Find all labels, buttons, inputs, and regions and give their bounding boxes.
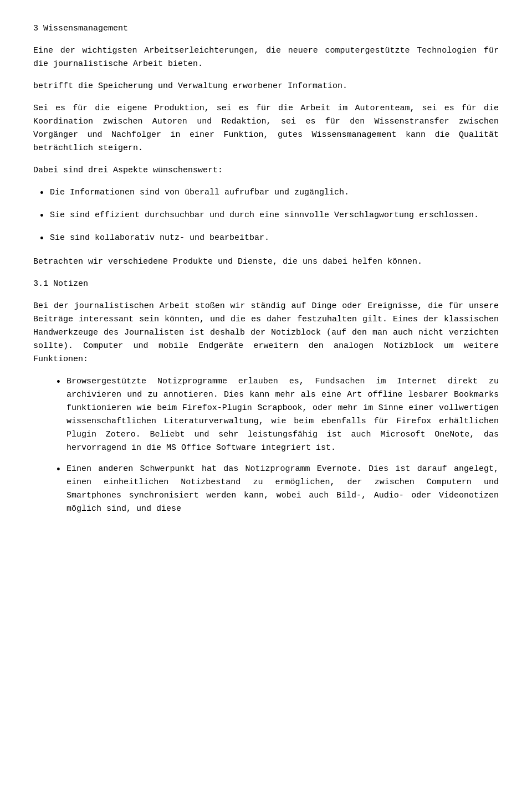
list-item-text: Einen anderen Schwerpunkt hat das Notizp… xyxy=(66,463,499,516)
list-item-text: Browsergestützte Notizprogramme erlauben… xyxy=(66,375,499,455)
list-item: • Einen anderen Schwerpunkt hat das Noti… xyxy=(50,463,499,516)
list-item-text: Sie sind kollaborativ nutz- und bearbeit… xyxy=(50,232,499,245)
paragraph-6: Bei der journalistischen Arbeit stoßen w… xyxy=(33,300,499,366)
list-item-text: Sie sind effizient durchsuchbar und durc… xyxy=(50,209,499,222)
paragraph-5: Betrachten wir verschiedene Produkte und… xyxy=(33,255,499,269)
list-item: • Browsergestützte Notizprogramme erlaub… xyxy=(50,375,499,455)
bullet-dot: • xyxy=(33,232,50,247)
list-item: • Sie sind effizient durchsuchbar und du… xyxy=(33,209,499,224)
list-item-text: Die Informationen sind von überall aufru… xyxy=(50,186,499,199)
bullet-list-1: • Die Informationen sind von überall auf… xyxy=(33,186,499,247)
bullet-list-2: • Browsergestützte Notizprogramme erlaub… xyxy=(50,375,499,516)
bullet-dot: • xyxy=(50,375,66,390)
chapter-heading: 3 Wissensmanagement xyxy=(33,22,499,35)
paragraph-4: Dabei sind drei Aspekte wünschenswert: xyxy=(33,164,499,177)
bullet-dot: • xyxy=(33,209,50,224)
paragraph-3: Sei es für die eigene Produktion, sei es… xyxy=(33,102,499,155)
bullet-dot: • xyxy=(50,463,66,478)
section-heading: 3.1 Notizen xyxy=(33,278,499,291)
paragraph-1: Eine der wichtigsten Arbeitserleichterun… xyxy=(33,44,499,71)
paragraph-2: betrifft die Speicherung und Verwaltung … xyxy=(33,80,499,93)
bullet-dot: • xyxy=(33,186,50,201)
main-content: 3 Wissensmanagement Eine der wichtigsten… xyxy=(33,22,499,516)
list-item: • Sie sind kollaborativ nutz- und bearbe… xyxy=(33,232,499,247)
list-item: • Die Informationen sind von überall auf… xyxy=(33,186,499,201)
